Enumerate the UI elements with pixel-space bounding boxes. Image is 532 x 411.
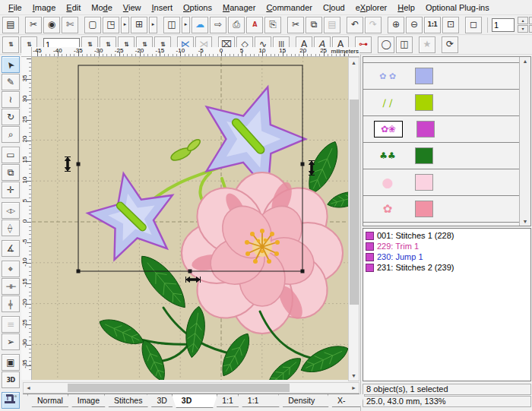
convert-image-to-stitches-button[interactable]: ✂ (25, 17, 42, 33)
thread-row[interactable]: ♣♣ (363, 143, 530, 169)
menu-insert[interactable]: Insert (147, 2, 179, 14)
scroll-down-icon[interactable]: ▼ (349, 371, 359, 381)
menu-optional-plug-ins[interactable]: Optional Plug-ins (420, 2, 495, 14)
thread-color-swatch[interactable] (415, 68, 433, 84)
menu-edit[interactable]: Edit (61, 2, 86, 14)
save-selection-button[interactable]: ◫ (396, 36, 413, 53)
tab-1-1-matte[interactable]: 1:1 Matte (238, 394, 283, 407)
thread-thumbnail[interactable]: ● (371, 176, 404, 189)
stitch-position-input[interactable] (492, 18, 515, 32)
menu-mode[interactable]: Mode (86, 2, 118, 14)
object-item[interactable]: 230: Jump 1 (363, 251, 530, 262)
object-item[interactable]: 001: Stitches 1 (228) (363, 230, 530, 241)
object-item[interactable]: 229: Trim 1 (363, 241, 530, 251)
hoop-position-tool[interactable]: ⧉ (2, 164, 20, 181)
cut-button[interactable]: ✂ (287, 17, 304, 33)
menu-commander[interactable]: Commander (261, 2, 318, 14)
flip-horizontal-button[interactable]: ◁▷ (2, 202, 20, 219)
page-down-button[interactable]: ▾ (529, 25, 532, 33)
menu-explorer[interactable]: eXplorer (350, 2, 393, 14)
remove-stitches-button[interactable]: ✄ (62, 17, 78, 33)
freehand-select-tool[interactable]: ≀ (2, 91, 20, 108)
menu-file[interactable]: File (3, 2, 27, 14)
menu-cloud[interactable]: Cloud (318, 2, 350, 14)
export-pdf-button[interactable]: A (246, 17, 263, 33)
thread-color-swatch[interactable] (416, 121, 435, 138)
zoom-out-button[interactable]: ⊖ (406, 17, 423, 33)
save-as-dropdown[interactable]: ▸ (182, 17, 190, 33)
scroll-right-icon[interactable]: ► (349, 383, 359, 393)
thread-color-swatch[interactable] (415, 147, 433, 164)
thread-thumbnail[interactable]: ✿ ✿ (371, 72, 404, 81)
palette-scrollbar[interactable]: ▲ ▼ (519, 57, 530, 226)
tab-x-ray[interactable]: X-Ray (328, 394, 365, 407)
copy-button[interactable]: ⧉ (306, 17, 322, 33)
menu-help[interactable]: Help (392, 2, 420, 14)
thread-row[interactable]: ∕ ∕ (363, 90, 530, 116)
thread-thumbnail[interactable]: ✿❀ (374, 121, 403, 138)
panel-splitter[interactable] (360, 55, 361, 411)
open-recent-dropdown[interactable]: ▸ (121, 17, 129, 33)
thread-row[interactable]: ✿ (363, 196, 530, 223)
undo-button[interactable]: ↶ (347, 17, 363, 33)
menu-manager[interactable]: Manager (217, 2, 261, 14)
thread-row[interactable]: ● (363, 169, 530, 196)
step-up-button[interactable]: ▴ (518, 17, 528, 24)
scroll-left-icon[interactable]: ◄ (24, 383, 33, 393)
horizontal-scroll-thumb[interactable] (68, 384, 290, 392)
menu-image[interactable]: Image (27, 2, 62, 14)
step-down-button[interactable]: ▾ (518, 25, 528, 33)
object-order-up-button[interactable]: ⇅ (2, 36, 19, 53)
zoom-tool[interactable]: ⌕ (2, 126, 20, 143)
cloud-button[interactable]: ☁ (192, 17, 208, 33)
print-button[interactable]: ⎙ (228, 17, 245, 33)
sewing-machine-button[interactable] (2, 392, 20, 409)
merge-recent-dropdown[interactable]: ▸ (149, 17, 157, 33)
bellflower-left[interactable] (81, 164, 183, 263)
save-design-button[interactable]: ◫ (163, 17, 180, 33)
tab-normal[interactable]: Normal (27, 394, 73, 407)
new-design-button[interactable]: ▢ (84, 17, 101, 33)
palette-scroll-down-icon[interactable]: ▼ (520, 219, 530, 224)
menu-options[interactable]: Options (178, 2, 217, 14)
page-up-button[interactable]: ▴ (529, 17, 532, 24)
vertical-scrollbar[interactable]: ▲ ▼ (348, 57, 359, 381)
tab-density-map[interactable]: Density Map (278, 394, 333, 407)
thread-color-swatch[interactable] (415, 174, 433, 191)
design-properties-button[interactable]: ▣ (2, 354, 20, 371)
select-tool[interactable]: ➤ (2, 56, 20, 73)
align-horizontal-button[interactable]: ⊣⊢ (2, 278, 20, 295)
thread-color-swatch[interactable] (415, 94, 433, 111)
tab-stitches[interactable]: Stitches (104, 394, 152, 407)
menu-view[interactable]: View (118, 2, 147, 14)
thread-thumbnail[interactable]: ♣♣ (371, 151, 404, 160)
center-in-hoop-button[interactable]: ⌖ (2, 261, 20, 277)
move-tool[interactable]: ✛ (2, 182, 20, 198)
refresh-button[interactable]: ⟳ (442, 36, 458, 53)
tab-3d-matte[interactable]: 3D Matte (172, 394, 217, 408)
palette-scroll-up-icon[interactable]: ▲ (520, 58, 530, 64)
flip-vertical-button[interactable]: ◁▷ (2, 220, 20, 236)
export-button[interactable]: ⇨ (210, 17, 226, 33)
rect-select-tool[interactable]: ▭ (2, 147, 20, 163)
align-vertical-button[interactable]: ⊣⊢ (2, 296, 20, 312)
hoop-button[interactable]: ◻ (465, 17, 482, 33)
zoom-to-selection-button[interactable]: ⊡ (442, 17, 459, 33)
thread-color-swatch[interactable] (415, 201, 433, 217)
edit-stitches-tool[interactable]: ✎ (2, 74, 20, 90)
rose-flower[interactable] (182, 172, 343, 334)
design-library-button[interactable]: ▤ (2, 17, 19, 33)
zoom-in-button[interactable]: ⊕ (388, 17, 404, 33)
design-canvas[interactable] (32, 57, 348, 380)
free-rotate-button[interactable]: ∡ (2, 240, 20, 257)
tab-image[interactable]: Image (68, 394, 109, 407)
zoom-100-button[interactable]: 1:1 (424, 17, 441, 33)
horizontal-scrollbar[interactable]: ◄ ► (23, 382, 359, 394)
thread-thumbnail[interactable]: ∕ ∕ (371, 98, 404, 108)
view-3d-button[interactable]: 3D (2, 371, 20, 388)
freehand-shape-button[interactable]: ◯ (378, 36, 394, 53)
thread-row[interactable]: ✿ ✿ (363, 63, 530, 90)
vertical-scroll-thumb[interactable] (350, 100, 359, 305)
copy-to-new-window-button[interactable]: ⎘ (264, 17, 281, 33)
rotate-tool[interactable]: ↻ (2, 109, 20, 125)
